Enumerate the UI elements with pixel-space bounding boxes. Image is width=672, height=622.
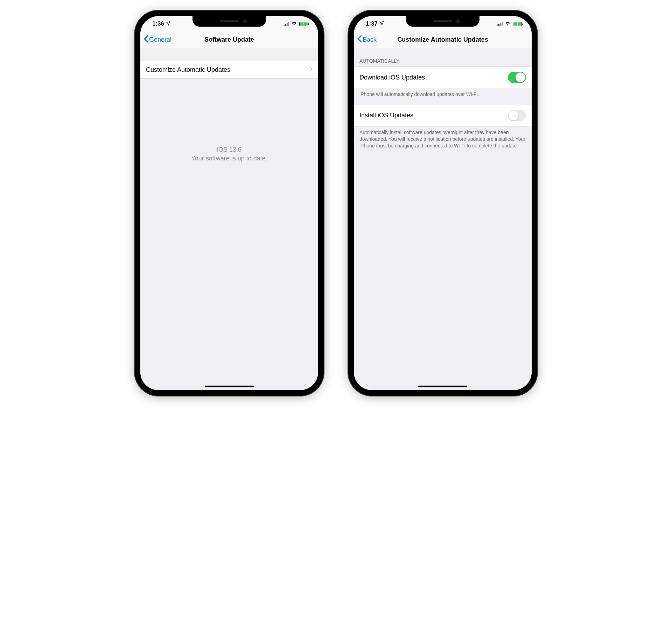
- wifi-icon: [505, 20, 511, 27]
- install-ios-updates-row[interactable]: Install iOS Updates: [354, 105, 532, 126]
- download-ios-updates-row[interactable]: Download iOS Updates: [354, 67, 532, 88]
- back-button[interactable]: General: [144, 35, 172, 44]
- download-footer: iPhone will automatically download updat…: [354, 88, 532, 105]
- install-footer: Automatically install software updates o…: [354, 126, 532, 156]
- status-message: iOS 13.6 Your software is up to date.: [140, 145, 318, 163]
- ios-version: iOS 13.6: [140, 145, 318, 154]
- battery-icon: [513, 22, 522, 26]
- chevron-left-icon: [357, 35, 362, 44]
- home-indicator[interactable]: [205, 386, 254, 387]
- location-icon: [379, 20, 384, 27]
- back-button[interactable]: Back: [357, 35, 377, 44]
- customize-automatic-updates-row[interactable]: Customize Automatic Updates: [140, 61, 318, 79]
- section-header: Automatically:: [354, 48, 532, 67]
- navigation-bar: General Software Update: [140, 32, 318, 48]
- row-label: Install iOS Updates: [359, 112, 413, 119]
- notch: [192, 16, 266, 27]
- status-time: 1:37: [366, 20, 378, 27]
- chevron-left-icon: [144, 35, 148, 44]
- download-toggle[interactable]: [508, 72, 526, 83]
- wifi-icon: [291, 20, 297, 27]
- chevron-right-icon: [309, 66, 313, 74]
- home-indicator[interactable]: [418, 386, 467, 387]
- phone-mockup-right: 1:37: [348, 11, 537, 396]
- page-title: Customize Automatic Updates: [354, 36, 532, 43]
- install-toggle[interactable]: [508, 110, 526, 121]
- row-label: Customize Automatic Updates: [146, 66, 230, 74]
- cellular-signal-icon: [284, 22, 289, 26]
- navigation-bar: Back Customize Automatic Updates: [354, 32, 532, 48]
- status-time: 1:36: [152, 20, 164, 27]
- phone-mockup-left: 1:36: [135, 11, 324, 396]
- row-label: Download iOS Updates: [359, 74, 425, 81]
- battery-icon: [299, 22, 308, 26]
- back-label: Back: [363, 36, 377, 43]
- cellular-signal-icon: [497, 22, 503, 26]
- back-label: General: [149, 36, 172, 43]
- up-to-date-text: Your software is up to date.: [140, 154, 318, 163]
- location-icon: [166, 20, 170, 27]
- notch: [406, 16, 479, 27]
